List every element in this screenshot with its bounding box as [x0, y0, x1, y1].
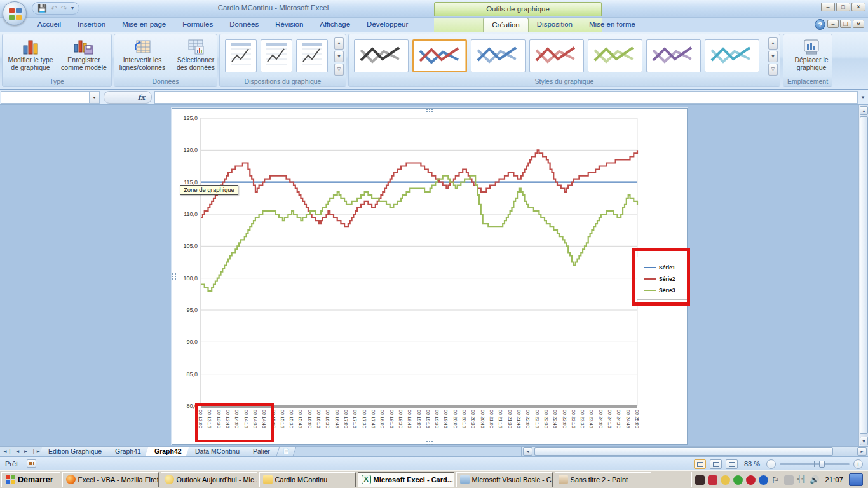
- vertical-scrollbar-thumb[interactable]: [860, 116, 868, 434]
- volume-icon[interactable]: 🔊: [810, 475, 819, 485]
- normal-view-icon[interactable]: [694, 459, 706, 469]
- chart-style-6[interactable]: [646, 39, 701, 72]
- plugin-icon[interactable]: [784, 475, 794, 485]
- help-icon[interactable]: ?: [815, 19, 825, 30]
- zoom-in-icon[interactable]: +: [853, 459, 863, 469]
- chart-style-4[interactable]: [529, 39, 584, 72]
- tab-disposition[interactable]: Disposition: [529, 18, 581, 32]
- horizontal-scrollbar-thumb[interactable]: [534, 447, 833, 456]
- next-sheet-icon[interactable]: ►: [24, 449, 29, 454]
- macro-record-icon[interactable]: [27, 459, 36, 468]
- chart-style-5[interactable]: [588, 39, 642, 72]
- chart-style-3[interactable]: [471, 39, 526, 72]
- modifier-le-type-de-graphique-button[interactable]: Modifier le typede graphique: [5, 37, 56, 76]
- show-desktop-icon[interactable]: [849, 473, 863, 486]
- bluetooth-icon[interactable]: [759, 475, 768, 485]
- outlook-tray-icon[interactable]: [721, 475, 730, 485]
- signal-icon[interactable]: ╡╢: [797, 475, 806, 485]
- name-box[interactable]: [1, 91, 90, 104]
- y-axis-label: 90,0: [172, 339, 198, 345]
- tab-affichage[interactable]: Affichage: [311, 18, 358, 32]
- workbook-restore-button[interactable]: ❐: [840, 20, 851, 28]
- beats-icon[interactable]: [746, 475, 756, 485]
- series-Série3[interactable]: [201, 176, 637, 291]
- zoom-out-icon[interactable]: −: [766, 459, 776, 469]
- scroll-up-icon[interactable]: ▲: [860, 106, 868, 115]
- sheet-tab-graph42[interactable]: Graph42: [146, 447, 191, 456]
- chart-plot[interactable]: [172, 109, 688, 445]
- intervertir-les-lignes-colonnes-button[interactable]: Intervertir leslignes/colonnes: [117, 37, 168, 76]
- tab-insertion[interactable]: Insertion: [69, 18, 114, 32]
- horizontal-scrollbar[interactable]: ◄ ►: [521, 447, 868, 457]
- sheet-tab-data-mcontinu[interactable]: Data MContinu: [186, 447, 249, 456]
- chart-handle-top[interactable]: [426, 108, 434, 112]
- vertical-scrollbar[interactable]: ▲ ▼: [858, 105, 868, 446]
- y-axis-label: 105,0: [172, 243, 198, 249]
- taskbar-window-firefox[interactable]: Excel - VBA - Mozilla Firefox: [62, 472, 159, 487]
- gallery-up-icon[interactable]: ▲: [334, 37, 344, 50]
- tab-mise-en-page[interactable]: Mise en page: [114, 18, 174, 32]
- page-layout-view-icon[interactable]: [710, 459, 722, 469]
- gallery-more-icon[interactable]: ▽: [334, 64, 344, 76]
- scroll-right-icon[interactable]: ►: [857, 447, 867, 456]
- zoom-slider-handle[interactable]: [819, 461, 825, 468]
- page-break-view-icon[interactable]: [726, 459, 738, 469]
- gallery-more-icon[interactable]: ▽: [768, 64, 778, 76]
- chart-style-2[interactable]: [412, 39, 467, 72]
- name-box-dropdown-icon[interactable]: ▼: [90, 91, 100, 104]
- taskbar-window-paint[interactable]: Sans titre 2 - Paint: [555, 472, 651, 487]
- chart-handle-bottom[interactable]: [426, 440, 434, 445]
- chart-style-7[interactable]: [705, 39, 759, 72]
- taskbar-window-folder[interactable]: Cardio MContinu: [259, 472, 356, 487]
- workbook-close-button[interactable]: ✕: [853, 20, 864, 28]
- scroll-left-icon[interactable]: ◄: [523, 447, 532, 456]
- sheet-tab-palier[interactable]: Palier: [243, 447, 280, 456]
- scroll-down-icon[interactable]: ▼: [860, 437, 868, 445]
- customize-qat-icon[interactable]: ▾: [71, 6, 74, 11]
- formula-input[interactable]: [154, 91, 858, 104]
- sheet-tab-edition-graphique[interactable]: Edition Graphique: [39, 447, 112, 456]
- tab-données[interactable]: Données: [221, 18, 267, 32]
- flag-icon[interactable]: ⚐: [771, 475, 781, 485]
- softphone-icon[interactable]: [733, 475, 743, 485]
- tab-création[interactable]: Création: [483, 18, 528, 32]
- insert-function-button[interactable]: fx: [104, 91, 152, 104]
- enregistrer-comme-mod-le-button[interactable]: Enregistrercomme modèle: [58, 37, 109, 76]
- tab-formules[interactable]: Formules: [174, 18, 221, 32]
- first-sheet-icon[interactable]: ◄❘: [3, 449, 12, 454]
- chart-object[interactable]: 125,0120,0115,0110,0105,0100,095,090,085…: [172, 108, 688, 445]
- minimize-button[interactable]: –: [821, 3, 835, 11]
- maximize-button[interactable]: □: [836, 3, 850, 11]
- tab-mise-en-forme[interactable]: Mise en forme: [581, 18, 644, 32]
- tab-accueil[interactable]: Accueil: [29, 18, 69, 32]
- zoom-slider[interactable]: [780, 463, 850, 465]
- redo-icon[interactable]: ↷: [61, 4, 67, 12]
- gallery-up-icon[interactable]: ▲: [768, 37, 778, 50]
- s-lectionner-des-donn-es-button[interactable]: Sélectionnerdes données: [170, 37, 221, 76]
- taskbar-window-outlook[interactable]: Outlook Aujourd'hui - Mic...: [161, 472, 257, 487]
- security-icon[interactable]: [695, 475, 705, 485]
- tab-développeur[interactable]: Développeur: [358, 18, 416, 32]
- expand-formula-bar-icon[interactable]: ▾: [858, 94, 868, 100]
- taskbar-window-excel[interactable]: XMicrosoft Excel - Card...: [358, 472, 454, 487]
- tab-révision[interactable]: Révision: [267, 18, 311, 32]
- chart-style-1[interactable]: [354, 39, 409, 72]
- previous-sheet-icon[interactable]: ◄: [15, 449, 20, 454]
- save-icon[interactable]: 💾: [37, 4, 47, 12]
- gallery-down-icon[interactable]: ▼: [334, 51, 344, 63]
- insert-worksheet-icon[interactable]: 📄: [276, 447, 296, 456]
- chart-layout-2[interactable]: [261, 39, 292, 72]
- d-placer-le-graphique-button[interactable]: Déplacer legraphique: [786, 37, 837, 76]
- sheet-tab-graph41[interactable]: Graph41: [106, 447, 151, 456]
- gallery-down-icon[interactable]: ▼: [768, 51, 778, 63]
- start-button[interactable]: Démarrer: [1, 472, 60, 487]
- close-button[interactable]: ✕: [851, 3, 865, 11]
- zoom-level[interactable]: 83 %: [744, 460, 760, 468]
- polar-icon[interactable]: [708, 475, 717, 485]
- workbook-minimize-button[interactable]: –: [827, 20, 839, 28]
- taskbar-window-vb[interactable]: Microsoft Visual Basic - C...: [456, 472, 553, 487]
- chart-layout-1[interactable]: [225, 39, 257, 72]
- undo-icon[interactable]: ↶: [51, 4, 57, 12]
- chart-layout-3[interactable]: [296, 39, 328, 72]
- office-button[interactable]: [3, 1, 27, 25]
